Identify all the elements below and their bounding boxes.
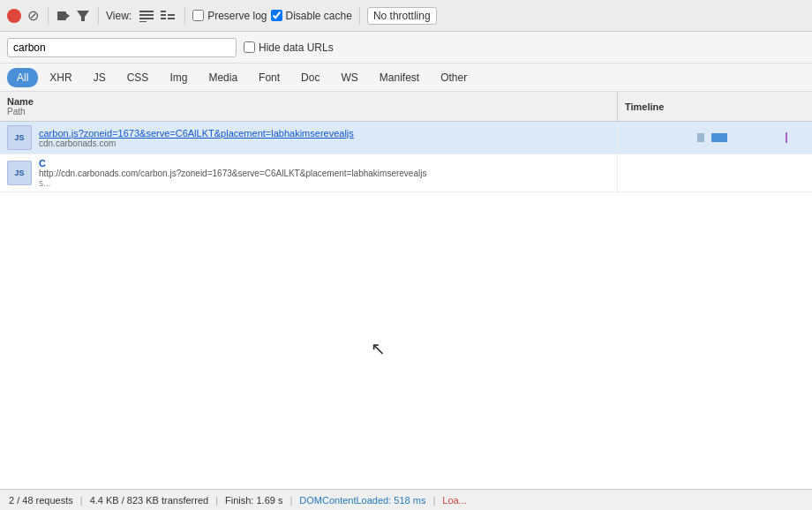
svg-rect-8 — [161, 14, 166, 16]
status-size: 4.4 KB / 823 KB transferred — [90, 495, 209, 506]
column-headers: Name Path Timeline — [0, 92, 812, 122]
tab-css[interactable]: CSS — [117, 68, 159, 87]
tab-ws[interactable]: WS — [331, 68, 367, 87]
status-dom-content: DOMContentLoaded: 518 ms — [299, 495, 425, 506]
js-file-icon: JS — [7, 161, 32, 185]
hide-data-urls-label[interactable]: Hide data URLs — [244, 41, 334, 54]
status-finish: Finish: 1.69 s — [225, 495, 282, 506]
row-text: carbon.js?zoneid=1673&serve=C6AlLKT&plac… — [39, 128, 354, 148]
tab-doc[interactable]: Doc — [291, 68, 329, 87]
status-load: Loa... — [442, 495, 467, 506]
svg-marker-1 — [66, 13, 70, 19]
table-row[interactable]: JS carbon.js?zoneid=1673&serve=C6AlLKT&p… — [0, 122, 812, 154]
timeline-bar — [625, 132, 805, 143]
path-header-label: Path — [7, 107, 610, 116]
view-buttons — [137, 6, 177, 26]
tab-manifest[interactable]: Manifest — [370, 68, 429, 87]
timeline-header-label: Timeline — [625, 101, 664, 112]
tab-font[interactable]: Font — [249, 68, 289, 87]
name-column-header[interactable]: Name Path — [0, 92, 618, 121]
cursor: ↖ — [371, 338, 386, 359]
name-header-label: Name — [7, 96, 610, 107]
row-filename-short[interactable]: C — [39, 158, 426, 169]
svg-rect-7 — [161, 11, 166, 12]
status-requests: 2 / 48 requests — [9, 495, 73, 506]
status-sep-1: | — [80, 495, 83, 506]
tab-xhr[interactable]: XHR — [40, 68, 81, 87]
hide-data-urls-checkbox[interactable] — [244, 41, 255, 53]
row-full-url: http://cdn.carbonads.com/carbon.js?zonei… — [39, 169, 426, 178]
disable-cache-label: Disable cache — [286, 10, 352, 22]
row-domain: cdn.carbonads.com — [39, 139, 354, 148]
record-icon[interactable] — [7, 9, 21, 23]
svg-rect-4 — [139, 14, 154, 16]
view-label: View: — [106, 10, 132, 22]
preserve-log-checkbox-label[interactable]: Preserve log — [192, 10, 267, 22]
network-table: JS carbon.js?zoneid=1673&serve=C6AlLKT&p… — [0, 122, 812, 489]
svg-rect-6 — [139, 21, 147, 22]
row-name-col: JS C http://cdn.carbonads.com/carbon.js?… — [0, 154, 618, 191]
search-input[interactable] — [7, 38, 237, 57]
tab-media[interactable]: Media — [199, 68, 247, 87]
timeline-column-header[interactable]: Timeline — [618, 92, 812, 121]
status-sep-2: | — [215, 495, 218, 506]
tab-img[interactable]: Img — [160, 68, 197, 87]
throttle-select[interactable]: No throttling — [367, 7, 437, 25]
svg-rect-3 — [139, 11, 154, 12]
tab-js[interactable]: JS — [84, 68, 116, 87]
tab-all[interactable]: All — [7, 68, 38, 87]
status-sep-4: | — [432, 495, 435, 506]
toolbar-divider-4 — [359, 7, 360, 25]
video-icon[interactable] — [56, 8, 71, 24]
tree-view-btn[interactable] — [158, 6, 177, 26]
svg-rect-0 — [57, 11, 66, 20]
timeline-receiving-bar — [711, 133, 727, 142]
svg-marker-2 — [77, 11, 89, 21]
row-timeline-col — [618, 154, 812, 191]
js-file-icon: JS — [7, 125, 32, 150]
table-row[interactable]: JS C http://cdn.carbonads.com/carbon.js?… — [0, 154, 812, 192]
row-name-col: JS carbon.js?zoneid=1673&serve=C6AlLKT&p… — [0, 122, 618, 154]
timeline-waiting-bar — [697, 133, 704, 142]
row-sub: s... — [39, 178, 426, 188]
tab-other[interactable]: Other — [431, 68, 477, 87]
row-filename[interactable]: carbon.js?zoneid=1673&serve=C6AlLKT&plac… — [39, 128, 354, 139]
disable-cache-checkbox[interactable] — [271, 10, 282, 21]
toolbar-divider-2 — [98, 7, 99, 25]
svg-rect-10 — [161, 18, 166, 19]
svg-rect-5 — [139, 18, 154, 19]
svg-rect-11 — [168, 18, 175, 19]
svg-rect-9 — [168, 14, 175, 16]
list-view-btn[interactable] — [137, 6, 156, 26]
filter-icon[interactable] — [75, 8, 91, 24]
toolbar-divider-1 — [48, 7, 49, 25]
status-bar: 2 / 48 requests | 4.4 KB / 823 KB transf… — [0, 489, 812, 510]
preserve-log-label: Preserve log — [207, 10, 267, 22]
hide-data-urls-text: Hide data URLs — [259, 41, 334, 54]
filter-bar: Hide data URLs — [0, 32, 812, 64]
toolbar: ⊘ View: Preserve log Disable cache No th… — [0, 0, 812, 32]
timeline-vertical-line — [786, 132, 787, 143]
preserve-log-checkbox[interactable] — [192, 10, 204, 21]
status-sep-3: | — [289, 495, 292, 506]
disable-cache-checkbox-label[interactable]: Disable cache — [271, 10, 352, 22]
row-timeline-col — [618, 122, 812, 154]
row-text: C http://cdn.carbonads.com/carbon.js?zon… — [39, 158, 426, 188]
toolbar-divider-3 — [184, 7, 185, 25]
type-tabs: All XHR JS CSS Img Media Font Doc WS Man… — [0, 64, 812, 92]
stop-icon[interactable]: ⊘ — [25, 8, 41, 24]
